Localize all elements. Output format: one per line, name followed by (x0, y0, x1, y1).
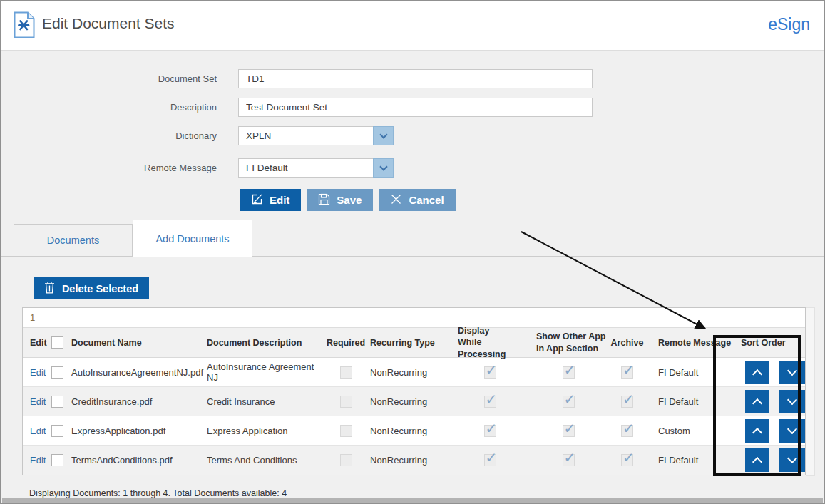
chevron-up-icon (752, 427, 762, 437)
document-name-cell: ExpressApplication.pdf (68, 426, 204, 436)
sort-up-button[interactable] (745, 361, 769, 384)
row-edit-link[interactable]: Edit (30, 367, 46, 378)
show-other-app-checkbox[interactable]: ✓ (563, 396, 575, 408)
sort-up-button[interactable] (745, 448, 769, 472)
remote-message-cell: FI Default (647, 455, 736, 466)
check-icon: ✓ (564, 420, 576, 437)
page-number[interactable]: 1 (30, 312, 35, 323)
archive-checkbox[interactable]: ✓ (621, 425, 633, 437)
check-icon: ✓ (622, 391, 635, 408)
archive-checkbox[interactable]: ✓ (621, 366, 633, 379)
document-name-cell: TermsAndConditions.pdf (68, 455, 204, 466)
header-document-description: Document Description (204, 338, 325, 348)
tab-add-documents[interactable]: Add Documents (133, 220, 252, 257)
header-display-while-processing: Display While Processing (451, 325, 529, 360)
tab-documents[interactable]: Documents (14, 224, 133, 256)
row-select-checkbox[interactable] (51, 454, 63, 466)
document-name-cell: CreditInsurance.pdf (68, 396, 204, 407)
row-select-checkbox[interactable] (51, 366, 63, 379)
chevron-up-icon (752, 369, 762, 379)
recurring-type-cell: NonRecurring (367, 426, 451, 436)
delete-selected-button[interactable]: Delete Selected (34, 277, 149, 299)
show-other-app-checkbox[interactable]: ✓ (563, 425, 575, 437)
chevron-down-icon (786, 423, 796, 433)
row-edit-link[interactable]: Edit (30, 455, 46, 466)
chevron-up-icon (752, 457, 762, 467)
display-while-processing-checkbox[interactable]: ✓ (484, 425, 496, 437)
dictionary-select[interactable]: XPLN (238, 126, 394, 145)
save-button-label: Save (337, 194, 362, 206)
document-description-cell: Express Application (204, 426, 325, 436)
header-required: Required (325, 338, 367, 348)
archive-checkbox[interactable]: ✓ (621, 454, 633, 466)
chevron-down-icon (379, 130, 387, 138)
sort-down-button[interactable] (779, 448, 805, 472)
status-text: Displaying Documents: 1 through 4. Total… (29, 488, 287, 498)
table-row: Edit AutoInsuranceAgreementNJ.pdf AutoIn… (23, 358, 805, 387)
sort-down-button[interactable] (779, 361, 805, 384)
close-x-icon (390, 193, 402, 207)
remote-message-select[interactable]: FI Default (238, 158, 394, 178)
check-icon: ✓ (486, 420, 498, 437)
horizontal-scrollbar[interactable] (2, 498, 823, 503)
tab-add-documents-label: Add Documents (155, 233, 229, 245)
row-edit-link[interactable]: Edit (30, 426, 46, 436)
delete-selected-label: Delete Selected (62, 283, 138, 294)
brand-logo: eSign (768, 15, 810, 34)
form-actions: Edit Save Cancel (240, 189, 456, 211)
save-floppy-icon (318, 193, 330, 207)
recurring-type-cell: NonRecurring (367, 396, 451, 407)
cancel-button[interactable]: Cancel (379, 189, 455, 211)
document-description-cell: Terms And Conditions (204, 455, 325, 466)
table-row: Edit ExpressApplication.pdf Express Appl… (23, 416, 805, 446)
check-icon: ✓ (564, 361, 576, 379)
tab-documents-label: Documents (47, 235, 99, 246)
select-all-checkbox[interactable] (51, 336, 63, 349)
sort-down-button[interactable] (779, 419, 805, 443)
sort-up-button[interactable] (745, 419, 769, 443)
display-while-processing-checkbox[interactable]: ✓ (484, 366, 496, 379)
table-scroll-track (806, 307, 815, 476)
pencil-icon (251, 193, 263, 207)
remote-message-dropdown-button[interactable] (373, 158, 394, 178)
table-header-row: Edit Document Name Document Description … (23, 328, 805, 358)
required-checkbox (340, 366, 352, 379)
display-while-processing-checkbox[interactable]: ✓ (484, 396, 496, 408)
chevron-down-icon (786, 394, 796, 404)
dictionary-selected-value: XPLN (238, 126, 373, 145)
row-select-checkbox[interactable] (51, 396, 63, 408)
header-edit: Edit (23, 338, 48, 348)
show-other-app-checkbox[interactable]: ✓ (563, 366, 575, 379)
description-input[interactable] (238, 98, 593, 117)
check-icon: ✓ (564, 449, 576, 466)
dictionary-dropdown-button[interactable] (373, 126, 394, 145)
display-while-processing-checkbox[interactable]: ✓ (484, 454, 496, 466)
row-edit-link[interactable]: Edit (30, 396, 46, 407)
document-description-cell: AutoInsurance Agreement NJ (204, 361, 325, 383)
table-row: Edit CreditInsurance.pdf Credit Insuranc… (23, 387, 805, 416)
edit-button[interactable]: Edit (240, 189, 301, 211)
chevron-down-icon (786, 453, 796, 463)
required-checkbox (340, 396, 352, 408)
dictionary-label: Dictionary (43, 130, 217, 141)
save-button[interactable]: Save (307, 189, 373, 211)
chevron-up-icon (752, 398, 762, 408)
document-set-label: Document Set (43, 73, 217, 84)
trash-icon (44, 281, 55, 296)
remote-message-selected-value: FI Default (238, 158, 373, 178)
required-checkbox (340, 454, 352, 466)
header-remote-message: Remote Message (647, 338, 736, 348)
row-select-checkbox[interactable] (51, 425, 63, 437)
table-row: Edit TermsAndConditions.pdf Terms And Co… (23, 446, 805, 475)
document-asterisk-icon (14, 11, 35, 41)
check-icon: ✓ (622, 361, 635, 379)
document-set-input[interactable] (238, 69, 593, 88)
archive-checkbox[interactable]: ✓ (621, 396, 633, 408)
sort-up-button[interactable] (745, 390, 769, 413)
sort-down-button[interactable] (779, 390, 805, 413)
edit-document-sets-window: Edit Document Sets eSign Document Set De… (0, 0, 825, 504)
chevron-down-icon (379, 163, 387, 170)
pagination-row: 1 (23, 308, 805, 328)
recurring-type-cell: NonRecurring (367, 367, 451, 378)
show-other-app-checkbox[interactable]: ✓ (563, 454, 575, 466)
